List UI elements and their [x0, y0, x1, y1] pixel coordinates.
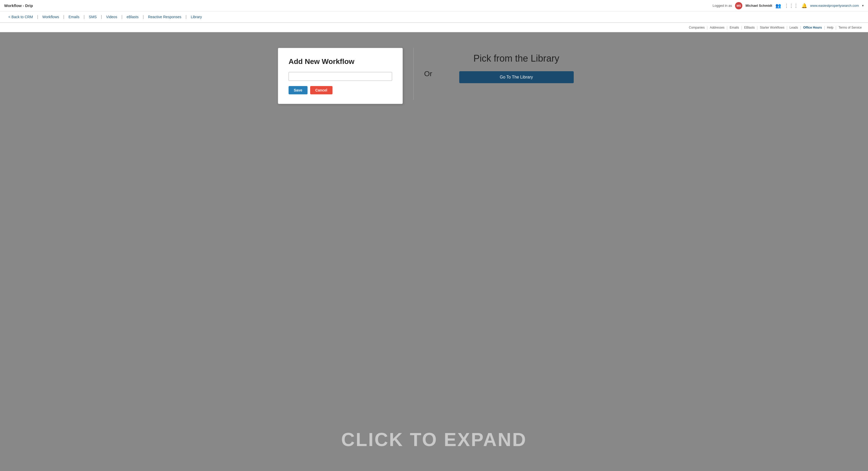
modal-buttons: Save Cancel: [288, 86, 392, 94]
content-wrapper: Add New Workflow Save Cancel Or Pick fro…: [278, 48, 590, 104]
library-title: Pick from the Library: [473, 53, 559, 64]
nav-sms[interactable]: SMS: [85, 11, 101, 23]
save-button[interactable]: Save: [288, 86, 308, 94]
go-to-library-button[interactable]: Go To The Library: [459, 71, 574, 83]
secondary-nav-office-hours[interactable]: Office Hours: [801, 26, 824, 29]
workflow-name-input[interactable]: [288, 72, 392, 81]
logged-in-label: Logged in as: [713, 4, 732, 7]
app-title: Workflow - Drip: [4, 3, 33, 8]
secondary-nav-eblasts[interactable]: EBlasts: [742, 26, 757, 29]
grid-icon[interactable]: ⋮⋮⋮: [784, 3, 798, 8]
people-icon[interactable]: 👥: [775, 3, 781, 8]
avatar: MS: [735, 2, 742, 9]
caret-icon[interactable]: ▾: [862, 4, 864, 7]
divider-or-section: Or: [403, 48, 442, 100]
user-name: Michael Schmidt: [745, 4, 772, 7]
cancel-button[interactable]: Cancel: [310, 86, 333, 94]
main-nav: < Back to CRM | Workflows | Emails | SMS…: [0, 11, 868, 23]
main-content: Add New Workflow Save Cancel Or Pick fro…: [0, 32, 868, 471]
nav-back-to-crm[interactable]: < Back to CRM: [4, 11, 37, 23]
top-bar: Workflow - Drip Logged in as MS Michael …: [0, 0, 868, 11]
app-branding: Workflow - Drip: [4, 3, 33, 8]
expand-overlay: CLICK TO EXPAND: [0, 429, 868, 450]
secondary-nav: Companies | Addresses | Emails | EBlasts…: [0, 23, 868, 32]
secondary-nav-starter-workflows[interactable]: Starter Workflows: [758, 26, 786, 29]
nav-eblasts[interactable]: eBlasts: [123, 11, 143, 23]
nav-emails[interactable]: Emails: [64, 11, 84, 23]
nav-library[interactable]: Library: [187, 11, 206, 23]
nav-reactive-responses[interactable]: Reactive Responses: [144, 11, 186, 23]
secondary-nav-addresses[interactable]: Addresses: [708, 26, 727, 29]
library-section: Pick from the Library Go To The Library: [442, 48, 590, 83]
or-label: Or: [424, 70, 432, 78]
secondary-nav-terms[interactable]: Terms of Service: [837, 26, 864, 29]
vertical-divider: [413, 48, 414, 100]
secondary-nav-companies[interactable]: Companies: [687, 26, 707, 29]
bell-icon[interactable]: 🔔: [801, 3, 807, 8]
nav-workflows[interactable]: Workflows: [38, 11, 63, 23]
expand-text: CLICK TO EXPAND: [341, 429, 527, 450]
secondary-nav-help[interactable]: Help: [825, 26, 835, 29]
nav-videos[interactable]: Videos: [102, 11, 122, 23]
top-bar-right: Logged in as MS Michael Schmidt 👥 ⋮⋮⋮ 🔔 …: [713, 2, 864, 9]
secondary-nav-leads[interactable]: Leads: [787, 26, 800, 29]
secondary-nav-emails[interactable]: Emails: [727, 26, 741, 29]
modal-title: Add New Workflow: [288, 58, 392, 66]
add-workflow-modal: Add New Workflow Save Cancel: [278, 48, 403, 104]
site-link[interactable]: www.easiestpropertysearch.com: [810, 4, 859, 7]
